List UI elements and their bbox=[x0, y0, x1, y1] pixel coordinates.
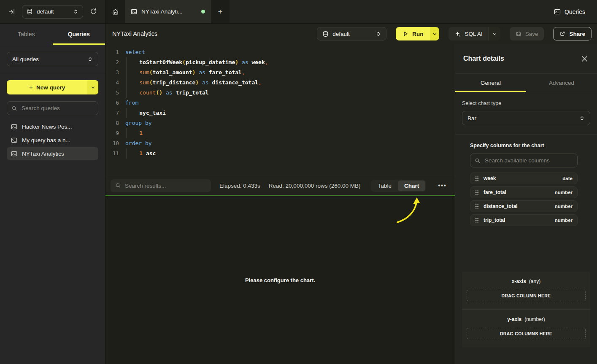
drag-handle-icon[interactable] bbox=[475, 218, 479, 223]
query-list-item[interactable]: Hacker News Pos... bbox=[7, 120, 98, 133]
query-editor-pane: 1select2toStartOfWeek(pickup_datetime) a… bbox=[105, 44, 455, 364]
topbar-main: NYTaxi Analyti... + Queries bbox=[105, 0, 597, 23]
view-toggle-table[interactable]: Table bbox=[372, 181, 398, 191]
chart-type-select[interactable]: Bar bbox=[462, 111, 590, 125]
topbar-database-value: default bbox=[37, 8, 69, 15]
code-line[interactable]: 6from bbox=[110, 98, 455, 108]
query-item-label: My query has a n... bbox=[22, 137, 70, 143]
code-text: 1 bbox=[125, 128, 143, 138]
code-line[interactable]: 8group by bbox=[110, 118, 455, 128]
queries-button[interactable]: Queries bbox=[554, 0, 585, 23]
query-filter-select[interactable]: All queries bbox=[7, 52, 98, 66]
chevron-updown-icon bbox=[73, 9, 78, 14]
sidebar-tab-tables[interactable]: Tables bbox=[0, 24, 53, 45]
column-item[interactable]: fare_totalnumber bbox=[470, 186, 578, 198]
query-item-label: NYTaxi Analytics bbox=[22, 151, 64, 157]
line-number: 3 bbox=[110, 67, 119, 78]
code-line[interactable]: 5count() as trip_total bbox=[110, 88, 455, 98]
code-text: order by bbox=[125, 138, 152, 148]
dropzone-label: DRAG COLUMNS HERE bbox=[500, 331, 552, 336]
rows-read: Read: 20,000,000 rows (260.00 MB) bbox=[269, 183, 361, 189]
code-text: sum(trip_distance) as distance_total, bbox=[125, 78, 262, 88]
drag-handle-icon[interactable] bbox=[475, 176, 479, 181]
share-button[interactable]: Share bbox=[553, 27, 592, 40]
sidebar-tab-queries[interactable]: Queries bbox=[53, 24, 105, 45]
code-line[interactable]: 1select bbox=[110, 47, 455, 57]
share-label: Share bbox=[569, 31, 585, 37]
line-number: 6 bbox=[110, 98, 119, 108]
columns-section: Specify columns for the chart weekdatefa… bbox=[470, 143, 590, 228]
sql-editor[interactable]: 1select2toStartOfWeek(pickup_datetime) a… bbox=[105, 44, 455, 176]
save-button[interactable]: Save bbox=[510, 27, 544, 40]
play-icon bbox=[403, 31, 408, 37]
refresh-button[interactable] bbox=[87, 6, 99, 18]
column-type: number bbox=[555, 218, 573, 223]
code-text: toStartOfWeek(pickup_datetime) as week, bbox=[125, 57, 268, 67]
new-query-dropdown-button[interactable] bbox=[87, 80, 98, 94]
column-name: fare_total bbox=[484, 189, 506, 195]
code-line[interactable]: 111 asc bbox=[110, 148, 455, 159]
axis-constraint: (number) bbox=[524, 316, 545, 322]
drag-handle-icon[interactable] bbox=[475, 204, 479, 209]
query-list-item[interactable]: NYTaxi Analytics bbox=[7, 147, 98, 160]
axis-dropzone[interactable]: DRAG COLUMNS HERE bbox=[467, 328, 586, 339]
share-icon bbox=[559, 31, 565, 37]
search-queries-input[interactable] bbox=[7, 101, 98, 115]
panel-header: Chart details bbox=[455, 44, 597, 74]
line-number: 11 bbox=[110, 148, 119, 159]
annotation-arrow bbox=[392, 197, 426, 226]
axis-label: x-axis(any) bbox=[467, 278, 586, 284]
sparkle-icon bbox=[454, 31, 461, 37]
chevron-updown-icon bbox=[375, 31, 381, 37]
search-results-input[interactable] bbox=[111, 179, 211, 192]
run-button[interactable]: Run bbox=[396, 27, 439, 40]
topbar-database-selector[interactable]: default bbox=[22, 5, 83, 19]
tab-advanced[interactable]: Advanced bbox=[526, 74, 597, 92]
results-toolbar: Elapsed: 0.433s Read: 20,000,000 rows (2… bbox=[105, 176, 455, 195]
sql-ai-button[interactable]: SQL AI bbox=[448, 27, 500, 40]
column-item[interactable]: trip_totalnumber bbox=[470, 214, 578, 226]
column-item[interactable]: weekdate bbox=[470, 173, 578, 184]
collapse-sidebar-icon bbox=[8, 8, 15, 15]
panel-body: Select chart type Bar Specify columns fo… bbox=[455, 92, 597, 364]
view-toggle-chart[interactable]: Chart bbox=[398, 181, 425, 191]
save-label: Save bbox=[525, 31, 538, 37]
code-line[interactable]: 91 bbox=[110, 128, 455, 138]
tab-general[interactable]: General bbox=[455, 74, 526, 92]
header-database-selector[interactable]: default bbox=[317, 27, 386, 40]
terminal-icon bbox=[11, 151, 17, 157]
code-text: 1 asc bbox=[125, 148, 156, 159]
collapse-sidebar-button[interactable] bbox=[6, 6, 18, 18]
code-line[interactable]: 3sum(total_amount) as fare_total, bbox=[110, 67, 455, 78]
indent-guide bbox=[126, 108, 139, 118]
code-line[interactable]: 7nyc_taxi bbox=[110, 108, 455, 118]
search-columns-input[interactable] bbox=[470, 154, 578, 167]
more-options-button[interactable]: ••• bbox=[435, 182, 450, 189]
query-list-item[interactable]: My query has a n... bbox=[7, 134, 98, 146]
unsaved-indicator-dot bbox=[201, 10, 205, 13]
column-item[interactable]: distance_totalnumber bbox=[470, 200, 578, 212]
columns-section-label: Specify columns for the chart bbox=[470, 143, 590, 148]
home-icon bbox=[112, 8, 119, 15]
drag-handle-icon[interactable] bbox=[475, 190, 479, 195]
run-dropdown-button[interactable] bbox=[430, 27, 439, 40]
divider bbox=[455, 134, 597, 135]
tab-nytaxi-analytics[interactable]: NYTaxi Analyti... bbox=[125, 0, 211, 23]
line-number: 7 bbox=[110, 108, 119, 118]
new-query-button[interactable]: + New query bbox=[7, 80, 98, 94]
home-button[interactable] bbox=[105, 0, 125, 23]
new-tab-button[interactable]: + bbox=[211, 0, 230, 23]
query-header: NYTaxi Analytics default Run SQL AI bbox=[105, 24, 597, 44]
query-filter-value: All queries bbox=[12, 56, 87, 62]
code-line[interactable]: 10order by bbox=[110, 138, 455, 148]
close-panel-button[interactable] bbox=[580, 54, 589, 63]
view-toggle: Table Chart bbox=[371, 180, 427, 192]
column-name: week bbox=[484, 175, 496, 181]
code-line[interactable]: 2toStartOfWeek(pickup_datetime) as week, bbox=[110, 57, 455, 67]
sql-ai-dropdown-button[interactable] bbox=[489, 27, 500, 40]
code-line[interactable]: 4sum(trip_distance) as distance_total, bbox=[110, 78, 455, 88]
chevron-updown-icon bbox=[579, 116, 585, 121]
axis-dropzone[interactable]: DRAG COLUMN HERE bbox=[467, 290, 586, 301]
line-number: 10 bbox=[110, 138, 119, 148]
indent-guide bbox=[126, 67, 139, 78]
